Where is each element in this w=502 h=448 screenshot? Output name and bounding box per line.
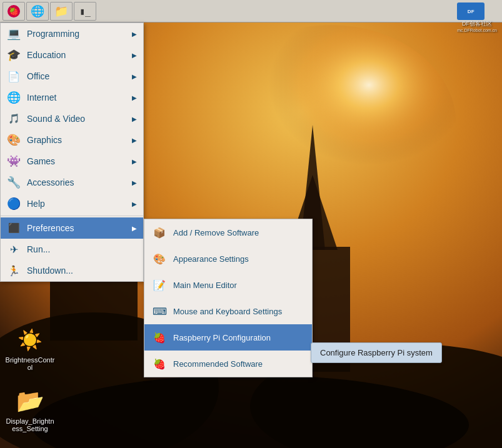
- games-icon: 👾: [7, 154, 21, 168]
- accessories-icon: 🔧: [7, 176, 21, 189]
- submenu-raspi-config[interactable]: 🍓 Raspberry Pi Configuration: [144, 324, 312, 351]
- menu-item-programming[interactable]: 💻 Programming ▶: [1, 23, 143, 44]
- add-remove-label: Add / Remove Software: [173, 228, 259, 237]
- taskbar: 🍓 🌐 📁 ▮_: [0, 0, 502, 22]
- education-arrow: ▶: [132, 52, 137, 59]
- menu-item-preferences[interactable]: ⬛ Preferences ▶: [1, 217, 143, 239]
- raspi-config-label: Raspberry Pi Configuration: [173, 333, 271, 342]
- soundvideo-icon: 🎵: [7, 112, 21, 126]
- brightness-control-label: BrightnessControl: [5, 356, 55, 371]
- files-button[interactable]: 📁: [50, 2, 73, 21]
- preferences-icon: ⬛: [7, 221, 21, 235]
- submenu-mouse-keyboard[interactable]: ⌨ Mouse and Keyboard Settings: [144, 298, 312, 324]
- menu-editor-label: Main Menu Editor: [173, 281, 237, 290]
- menu-separator-1: [1, 216, 143, 216]
- shutdown-label: Shutdown...: [27, 266, 137, 276]
- terminal-button[interactable]: ▮_: [74, 2, 96, 21]
- preferences-label: Preferences: [27, 223, 126, 233]
- accessories-arrow: ▶: [132, 179, 137, 186]
- appearance-label: Appearance Settings: [173, 254, 249, 264]
- games-label: Games: [27, 156, 126, 166]
- education-icon: 🎓: [7, 48, 21, 62]
- mouse-keyboard-label: Mouse and Keyboard Settings: [173, 307, 282, 316]
- submenu-add-remove[interactable]: 📦 Add / Remove Software: [144, 219, 312, 246]
- programming-icon: 💻: [7, 27, 21, 41]
- brightness-control-icon[interactable]: ☀️ BrightnessControl: [5, 325, 55, 371]
- graphics-icon: 🎨: [7, 133, 21, 147]
- folder-yellow-icon: 📂: [15, 386, 45, 416]
- menu-item-help[interactable]: 🔵 Help ▶: [1, 193, 143, 214]
- recommended-label: Recommended Software: [173, 359, 263, 369]
- internet-icon: 🌐: [7, 91, 21, 104]
- submenu-appearance[interactable]: 🎨 Appearance Settings: [144, 246, 312, 272]
- menu-item-soundvideo[interactable]: 🎵 Sound & Video ▶: [1, 108, 143, 129]
- graphics-arrow: ▶: [132, 137, 137, 144]
- help-label: Help: [27, 199, 126, 209]
- submenu-main-menu-editor[interactable]: 📝 Main Menu Editor: [144, 272, 312, 298]
- preferences-submenu: 📦 Add / Remove Software 🎨 Appearance Set…: [144, 219, 313, 377]
- recommended-icon: 🍓: [152, 356, 167, 371]
- terminal-icon: ▮_: [79, 6, 91, 17]
- browser-button[interactable]: 🌐: [26, 2, 49, 21]
- menu-item-accessories[interactable]: 🔧 Accessories ▶: [1, 172, 143, 193]
- svg-text:🍓: 🍓: [9, 6, 19, 17]
- menu-item-office[interactable]: 📄 Office ▶: [1, 66, 143, 87]
- dfrobot-logo: DF DF创客社区 mc.DFRobot.com.cn: [457, 2, 497, 32]
- help-icon: 🔵: [7, 197, 21, 211]
- menu-editor-icon: 📝: [152, 277, 167, 292]
- menu-item-graphics[interactable]: 🎨 Graphics ▶: [1, 129, 143, 151]
- menu-item-run[interactable]: ✈ Run...: [1, 239, 143, 260]
- raspberry-menu-button[interactable]: 🍓: [3, 2, 25, 21]
- office-label: Office: [27, 71, 126, 81]
- display-brightness-label: Display_Brightness_Setting: [5, 417, 55, 432]
- education-label: Education: [27, 50, 126, 60]
- graphics-label: Graphics: [27, 135, 126, 145]
- office-icon: 📄: [7, 69, 21, 83]
- submenu-recommended[interactable]: 🍓 Recommended Software: [144, 351, 312, 377]
- raspi-config-icon: 🍓: [152, 330, 167, 345]
- office-arrow: ▶: [132, 73, 137, 80]
- dfrobot-emblem: DF: [457, 2, 484, 20]
- display-brightness-icon[interactable]: 📂 Display_Brightness_Setting: [5, 386, 55, 432]
- accessories-label: Accessories: [27, 177, 126, 187]
- menu-item-shutdown[interactable]: 🏃 Shutdown...: [1, 260, 143, 281]
- shutdown-icon: 🏃: [7, 264, 21, 277]
- soundvideo-arrow: ▶: [132, 116, 137, 122]
- menu-item-internet[interactable]: 🌐 Internet ▶: [1, 87, 143, 108]
- help-arrow: ▶: [132, 201, 137, 207]
- run-label: Run...: [27, 244, 137, 254]
- menu-item-games[interactable]: 👾 Games ▶: [1, 151, 143, 172]
- brightness-icon-img: ☀️: [15, 325, 45, 355]
- add-remove-icon: 📦: [152, 225, 167, 240]
- programming-arrow: ▶: [132, 31, 137, 37]
- soundvideo-label: Sound & Video: [27, 114, 126, 124]
- programming-label: Programming: [27, 29, 126, 39]
- appearance-icon: 🎨: [152, 251, 167, 266]
- preferences-arrow: ▶: [132, 225, 137, 232]
- internet-arrow: ▶: [132, 94, 137, 101]
- menu-item-education[interactable]: 🎓 Education ▶: [1, 44, 143, 66]
- raspi-config-tooltip: Configure Raspberry Pi system: [311, 342, 442, 363]
- dfrobot-text: DF创客社区: [457, 20, 497, 28]
- svg-point-1: [206, 25, 456, 225]
- tooltip-text: Configure Raspberry Pi system: [320, 348, 433, 357]
- run-icon: ✈: [7, 242, 21, 256]
- folder-icon: 📁: [54, 4, 68, 18]
- internet-label: Internet: [27, 92, 126, 102]
- dfrobot-subtext: mc.DFRobot.com.cn: [457, 28, 497, 32]
- browser-icon: 🌐: [31, 4, 44, 18]
- games-arrow: ▶: [132, 158, 137, 165]
- main-menu: 💻 Programming ▶ 🎓 Education ▶ 📄 Office ▶…: [0, 22, 144, 282]
- mouse-keyboard-icon: ⌨: [152, 304, 167, 319]
